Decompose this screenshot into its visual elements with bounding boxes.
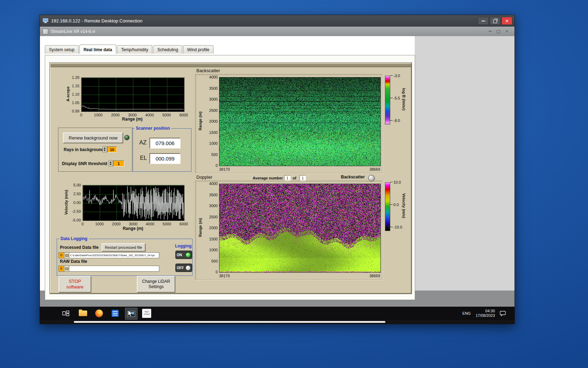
sign-sched-line1: Sign <box>142 311 151 313</box>
horizontal-scrollbar[interactable] <box>74 321 385 323</box>
vi-window-title: StreamLine XR v14-6.vi <box>51 29 95 34</box>
y-tick-label: 4000 <box>204 75 218 79</box>
rdp-window-title: 192.168.0.122 - Remote Desktop Connectio… <box>51 18 142 23</box>
y-tick-label: 1.10 <box>59 92 79 96</box>
y-tick-label: 0 <box>204 163 218 168</box>
restart-processed-file-button[interactable]: Restart processed file <box>102 243 146 252</box>
sign-sched-line2: sched <box>142 313 151 315</box>
stop-line1: STOP <box>69 279 81 284</box>
close-button[interactable]: ✕ <box>502 17 512 25</box>
y-tick-label: 4000 <box>204 182 218 186</box>
colorbar-tick-label: -8.0 <box>390 118 406 123</box>
tab-bar: System setupReal time dataTemp/humidityS… <box>45 37 214 55</box>
velocity-x-axis-label: Range (m) <box>105 226 161 231</box>
y-tick-label: 1500 <box>204 237 218 241</box>
scanner-position-label: Scanner position <box>134 126 171 131</box>
el-value-field[interactable]: 000.099 <box>149 153 181 164</box>
of-label: of <box>293 176 296 180</box>
backscatter-colorbar <box>385 76 390 124</box>
vi-icon <box>43 29 48 34</box>
colorbar-tick-label: -3.0 <box>390 74 406 78</box>
snr-value-field[interactable]: 1 <box>113 161 124 166</box>
raw-drive-letter[interactable]: C <box>58 266 64 272</box>
x-tick-label: 38170 <box>219 167 240 171</box>
y-tick-label: 1.05 <box>59 101 79 105</box>
backscatter-canvas <box>219 77 381 166</box>
sign-sched-button[interactable]: Sign sched <box>142 309 151 318</box>
renew-background-button[interactable]: Renew background now <box>63 132 123 143</box>
off-label: OFF <box>177 266 184 270</box>
rdp-titlebar[interactable]: 192.168.0.122 - Remote Desktop Connectio… <box>40 15 514 26</box>
firefox-button[interactable] <box>94 309 104 318</box>
vi-titlebar[interactable]: StreamLine XR v14-6.vi ✕ <box>40 27 514 36</box>
x-tick-label: 3000 <box>126 222 141 226</box>
y-tick-label: 2.50 <box>60 192 81 196</box>
rdp-window-icon <box>43 18 48 23</box>
x-tick-label: 1000 <box>91 113 106 117</box>
tab-wind-profile[interactable]: Wind profile <box>183 45 214 54</box>
y-tick-label: 1500 <box>204 130 218 135</box>
rdp-scrollbar-track <box>40 320 514 324</box>
y-tick-label: 3000 <box>204 204 218 208</box>
clock-date: 17/08/2023 <box>476 313 495 318</box>
processed-drive-letter[interactable]: C <box>58 252 64 258</box>
raw-path-field[interactable] <box>69 266 159 272</box>
raw-logging-indicator[interactable]: OFF <box>175 264 192 272</box>
y-tick-label: 5.00 <box>60 183 81 187</box>
data-logging-label: Data Logging <box>59 236 89 241</box>
vi-client-area: System setupReal time dataTemp/humidityS… <box>40 36 514 291</box>
snr-spinner[interactable] <box>108 160 113 166</box>
settings-line2: Settings <box>148 284 163 289</box>
language-indicator[interactable]: ENG <box>462 307 471 320</box>
x-tick-label: 2000 <box>108 222 124 226</box>
y-tick-label: 3500 <box>204 193 218 197</box>
ascope-canvas <box>81 77 184 112</box>
tab-temp-humidity[interactable]: Temp/humidity <box>117 45 152 54</box>
stop-line2: software <box>66 284 83 290</box>
tab-scheduling[interactable]: Scheduling <box>153 45 182 54</box>
az-value-field[interactable]: 079.006 <box>149 138 181 149</box>
az-label: AZ <box>139 139 146 146</box>
tab-page: A-scope Range (m) 1.201.151.101.050.9901… <box>45 55 415 300</box>
clock[interactable]: 04:30 17/08/2023 <box>476 307 495 320</box>
processed-path-field[interactable]: C:\Lidar\Data\Proc\2023\202308\20230817\… <box>69 252 159 258</box>
vi-window: StreamLine XR v14-6.vi ✕ System setupRea… <box>40 27 514 291</box>
y-tick-label: 1.20 <box>59 75 79 80</box>
rays-value-field[interactable]: 10 <box>107 146 117 152</box>
velocity-plot: Velocity (m/s) Range (m) 5.002.500.00-2.… <box>59 182 191 235</box>
notes-app-button[interactable] <box>111 309 120 318</box>
change-lidar-settings-button[interactable]: Change LiDAR Settings <box>137 276 175 293</box>
y-tick-label: 0 <box>204 270 218 274</box>
notification-button[interactable] <box>500 307 506 320</box>
processed-path-browse-icon[interactable] <box>64 252 69 258</box>
ascope-plot: A-scope Range (m) 1.201.151.101.050.9901… <box>59 75 191 127</box>
y-tick-label: 500 <box>204 259 218 263</box>
x-tick-label: 38669 <box>359 167 380 171</box>
panel-background-right <box>415 36 514 291</box>
minimize-button[interactable] <box>478 17 489 25</box>
data-logging-box: Data Logging Processed Data file Restart… <box>57 239 192 276</box>
doppler-colorbar <box>385 182 390 231</box>
tab-system-setup[interactable]: System setup <box>45 45 79 54</box>
x-tick-label: 4000 <box>142 222 158 226</box>
rays-spinner[interactable] <box>103 146 107 152</box>
vi-minimize-button[interactable] <box>486 28 494 34</box>
task-view-button[interactable] <box>61 309 70 318</box>
y-tick-label: 0.00 <box>60 200 81 205</box>
raw-path-browse-icon[interactable] <box>64 266 69 272</box>
tab-real-time-data[interactable]: Real time data <box>79 45 116 54</box>
processed-logging-indicator[interactable]: ON <box>175 251 192 259</box>
x-tick-label: 38170 <box>219 274 240 278</box>
panel-top-strip <box>50 63 411 67</box>
x-tick-label: 1000 <box>92 222 107 226</box>
y-tick-label: 2500 <box>204 215 218 219</box>
restore-button[interactable] <box>490 17 500 25</box>
vi-close-button[interactable]: ✕ <box>503 28 511 34</box>
vi-restore-button[interactable] <box>494 28 503 34</box>
stop-software-button[interactable]: STOP software <box>58 276 91 293</box>
file-explorer-button[interactable] <box>78 309 88 318</box>
backscatter-colorbar-label: log B (/m/sr) <box>402 82 406 117</box>
on-led <box>186 252 191 258</box>
y-tick-label: 3500 <box>204 86 218 90</box>
ascope-x-axis-label: Range (m) <box>104 117 160 122</box>
